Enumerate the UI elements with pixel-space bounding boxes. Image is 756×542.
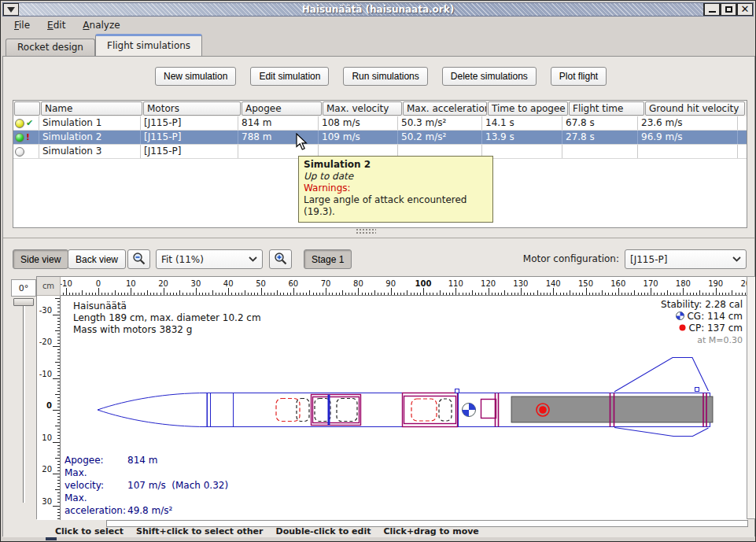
magnifier-minus-icon	[131, 252, 146, 267]
column-header-ground-hit-velocity[interactable]: Ground hit velocity	[645, 101, 745, 116]
cp-value: CP: 137 cm	[689, 323, 743, 334]
flight-summary: Apogee:814 m Max. velocity:107 m/s (Mach…	[65, 454, 228, 517]
menu-bar: File Edit Analyze	[2, 17, 754, 34]
table-row-simulation-1[interactable]: ✔ Simulation 1 [J115-P] 814 m 108 m/s 50…	[13, 116, 747, 131]
status-uptodate-icon	[15, 133, 24, 142]
maximize-icon	[725, 6, 732, 13]
summary-max-acceleration: 49.8 m/s²	[127, 505, 172, 516]
column-header-motors[interactable]: Motors	[143, 101, 241, 116]
menu-edit[interactable]: Edit	[40, 17, 72, 33]
zoom-level-select[interactable]: Fit (11%)	[156, 249, 263, 269]
splitter-handle[interactable]	[356, 228, 376, 234]
rocket-canvas[interactable]: Haisunäätä Length 189 cm, max. diameter …	[61, 296, 747, 520]
column-header-max-acceleration[interactable]: Max. acceleration	[403, 101, 487, 116]
chevron-down-icon	[732, 256, 741, 262]
status-loaded-icon	[15, 119, 24, 128]
chevron-down-icon	[249, 256, 257, 262]
new-simulation-button[interactable]: New simulation	[155, 67, 236, 86]
run-simulations-button[interactable]: Run simulations	[343, 67, 427, 86]
window-frame-notch	[46, 537, 57, 540]
stage-1-button[interactable]: Stage 1	[304, 249, 352, 269]
zoom-level-value: Fit (11%)	[161, 254, 204, 265]
horizontal-ruler: -100102030405060708090100110120130140150…	[61, 277, 747, 296]
openrocket-window: Haisunäätä (haisunaata.ork) ✕ File Edit …	[0, 0, 756, 542]
launch-lug[interactable]	[695, 388, 699, 392]
rotation-angle-value: 0°	[11, 279, 36, 297]
tooltip-warnings-label: Warnings:	[304, 183, 488, 194]
tab-rocket-design[interactable]: Rocket design	[6, 39, 95, 56]
summary-max-velocity: 107 m/s (Mach 0.32)	[127, 480, 228, 491]
minimize-icon	[709, 11, 716, 13]
column-header-max-velocity[interactable]: Max. velocity	[323, 101, 402, 116]
rotation-slider-track[interactable]	[23, 306, 25, 503]
tooltip-status: Up to date	[304, 171, 488, 183]
rotation-slider-handle[interactable]	[13, 298, 34, 306]
motor-configuration-value: [J115-P]	[630, 254, 667, 265]
back-view-button[interactable]: Back view	[68, 249, 126, 269]
plot-flight-button[interactable]: Plot flight	[551, 67, 607, 86]
close-icon: ✕	[741, 6, 750, 13]
window-title: Haisunäätä (haisunaata.ork)	[3, 4, 753, 15]
simulation-buttons: New simulation Edit simulation Run simul…	[155, 67, 607, 86]
mouse-cursor-icon	[296, 133, 309, 151]
table-header: Name Motors Apogee Max. velocity Max. ac…	[13, 101, 747, 116]
title-bar[interactable]: Haisunäätä (haisunaata.ork) ✕	[2, 2, 754, 17]
tab-bar: Rocket design Flight simulations	[2, 34, 754, 56]
summary-apogee: 814 m	[127, 455, 157, 466]
forward-body-tube[interactable]	[208, 393, 459, 427]
table-row-simulation-2[interactable]: ! Simulation 2 [J115-P] 788 m 109 m/s 50…	[13, 131, 747, 145]
vertical-scrollbar[interactable]	[747, 276, 756, 519]
column-header-time-to-apogee[interactable]: Time to apogee	[488, 101, 568, 116]
edit-simulation-button[interactable]: Edit simulation	[250, 67, 329, 86]
flight-simulations-panel: New simulation Edit simulation Run simul…	[2, 56, 755, 536]
motor-configuration-select[interactable]: [J115-P]	[625, 249, 747, 269]
warning-icon: !	[26, 133, 30, 142]
cg-value: CG: 114 cm	[687, 311, 743, 322]
cg-icon	[676, 312, 684, 320]
delete-simulations-button[interactable]: Delete simulations	[442, 67, 537, 86]
rocket-view-panel: Side view Back view Fit (11%)	[3, 238, 754, 537]
cp-icon	[678, 323, 687, 332]
rocket-dimensions: Length 189 cm, max. diameter 10.2 cm	[73, 312, 261, 324]
tab-flight-simulations[interactable]: Flight simulations	[95, 34, 202, 56]
motor-configuration-label: Motor configuration:	[523, 253, 619, 264]
check-icon: ✔	[26, 119, 33, 128]
maximize-button[interactable]	[720, 3, 736, 16]
column-header-flight-time[interactable]: Flight time	[569, 101, 644, 116]
ruler-unit-label: cm	[37, 277, 61, 296]
nose-cone[interactable]	[98, 393, 207, 427]
view-toolbar: Side view Back view Fit (11%)	[3, 248, 754, 270]
column-header-apogee[interactable]: Apogee	[242, 101, 322, 116]
minimize-button[interactable]	[703, 3, 720, 16]
rocket-info: Haisunäätä Length 189 cm, max. diameter …	[73, 300, 261, 336]
tooltip-title: Simulation 2	[304, 159, 488, 171]
rocket-name: Haisunäätä	[73, 300, 261, 312]
rocket-mass: Mass with motors 3832 g	[73, 324, 261, 336]
fin-bottom[interactable]	[614, 428, 709, 437]
zoom-in-button[interactable]	[269, 249, 292, 269]
stability-value: Stability: 2.28 cal	[661, 299, 743, 311]
stability-info: Stability: 2.28 cal CG: 114 cm CP:	[661, 299, 743, 346]
mach-condition: at M=0.30	[661, 334, 743, 346]
rocket-canvas-block: cm -100102030405060708090100110120130140…	[36, 276, 747, 519]
status-not-simulated-icon	[15, 147, 24, 157]
column-header-name[interactable]: Name	[41, 101, 142, 116]
column-header-status[interactable]	[14, 101, 40, 116]
status-hints: Click to selectShift+click to select oth…	[55, 526, 492, 536]
fin-top[interactable]	[614, 358, 709, 393]
vertical-ruler: -30-20-100102030	[37, 296, 61, 520]
magnifier-plus-icon	[273, 252, 288, 267]
zoom-out-button[interactable]	[127, 249, 150, 269]
simulation-tooltip: Simulation 2 Up to date Warnings: Large …	[298, 156, 493, 223]
cg-marker	[463, 404, 476, 417]
close-button[interactable]: ✕	[736, 3, 753, 16]
tooltip-warning-text: Large angle of attack encountered (19.3)…	[304, 194, 488, 218]
menu-analyze[interactable]: Analyze	[76, 17, 127, 33]
menu-file[interactable]: File	[7, 17, 37, 33]
side-view-button[interactable]: Side view	[13, 249, 68, 269]
